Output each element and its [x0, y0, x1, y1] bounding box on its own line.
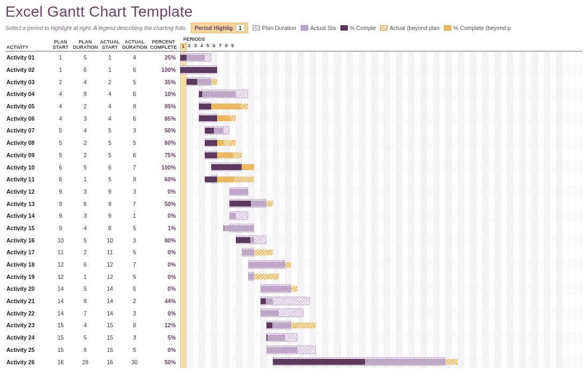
gantt-row: Activity 021616100%: [5, 64, 583, 76]
actual-bar: [248, 274, 255, 280]
actual-start: 4: [98, 88, 122, 100]
actual-bar: [199, 91, 236, 97]
activity-name: Activity 23: [5, 319, 48, 332]
plan-duration: 8: [73, 88, 98, 100]
activity-name: Activity 05: [5, 100, 48, 113]
percent-complete: 0%: [147, 270, 180, 283]
actual-duration: 5: [122, 246, 147, 259]
actual-duration: 3: [122, 307, 147, 319]
gantt-row: Activity 241551535%: [5, 332, 583, 344]
actual-start: 6: [98, 161, 122, 173]
actual-duration: 7: [122, 161, 147, 173]
highlight-column: [180, 270, 187, 283]
complete-beyond-bar: [217, 140, 224, 146]
complete-bar: [187, 79, 197, 85]
actual-beyond-bar: [291, 322, 316, 328]
period-tick: 5: [205, 43, 211, 50]
actual-beyond-swatch: [380, 25, 388, 31]
plan-duration: 1: [73, 173, 98, 186]
actual-bar: [266, 335, 285, 341]
activity-name: Activity 16: [5, 234, 48, 246]
actual-start: 8: [98, 222, 122, 234]
timeline: [180, 137, 583, 149]
actual-start: 2: [98, 76, 122, 88]
activity-name: Activity 21: [5, 295, 48, 307]
actual-start: 15: [98, 319, 122, 332]
highlight-column: [180, 88, 187, 100]
actual-start: 1: [98, 64, 122, 76]
complete-bar: [211, 164, 242, 170]
highlight-column: [180, 246, 187, 259]
complete-bar: [180, 55, 187, 61]
percent-complete: 0%: [147, 186, 180, 198]
timeline: [180, 76, 583, 88]
plan-duration: 3: [73, 186, 98, 198]
timeline: [180, 234, 583, 246]
plan-start: 6: [48, 173, 73, 186]
actual-start: 11: [98, 246, 122, 259]
gantt-row: Activity 251581550%: [5, 344, 583, 356]
actual-start: 14: [98, 295, 122, 307]
gantt-row: Activity 13969750%: [5, 197, 583, 210]
gantt-row: Activity 08525560%: [5, 137, 583, 149]
plan-duration: 6: [73, 259, 98, 271]
pct-complete-beyond-swatch: [444, 25, 451, 31]
timeline: [180, 112, 583, 124]
actual-start: 14: [98, 283, 122, 295]
highlight-column: [180, 137, 187, 149]
activity-name: Activity 15: [5, 222, 48, 234]
activity-name: Activity 17: [5, 246, 48, 259]
period-highlight-value[interactable]: 1: [236, 24, 244, 32]
header-actual-start: ACTUAL START: [98, 40, 122, 50]
plan-start: 9: [48, 186, 73, 198]
activity-name: Activity 22: [5, 307, 48, 319]
actual-beyond-bar: [291, 286, 297, 292]
actual-duration: 3: [122, 124, 147, 137]
percent-complete: 1%: [147, 222, 180, 234]
plan-start: 9: [48, 197, 73, 210]
period-ticks: 123456789: [180, 43, 583, 50]
gantt-row: Activity 1594851%: [5, 222, 583, 234]
percent-complete: 75%: [147, 149, 180, 161]
percent-complete: 0%: [147, 259, 180, 271]
actual-beyond-bar: [211, 79, 218, 85]
actual-start: 15: [98, 344, 122, 356]
gantt-row: Activity 2114814244%: [5, 295, 583, 307]
plan-duration: 2: [73, 246, 98, 259]
timeline: [180, 332, 583, 344]
timeline: [180, 161, 583, 173]
legend-actual-beyond: Actual (beyond plan: [380, 25, 440, 31]
complete-beyond-bar: [217, 115, 230, 121]
plan-start: 5: [48, 137, 73, 149]
actual-duration: 6: [122, 283, 147, 295]
actual-start: 12: [98, 270, 122, 283]
activity-name: Activity 24: [5, 332, 48, 344]
activity-name: Activity 20: [5, 283, 48, 295]
header-plan-start: PLAN START: [48, 40, 73, 50]
plan-start: 4: [48, 100, 73, 113]
plan-duration: 5: [73, 161, 98, 173]
complete-bar: [205, 152, 217, 158]
percent-complete: 44%: [147, 295, 180, 307]
plan-duration: 2: [73, 100, 98, 113]
actual-start: 12: [98, 259, 122, 271]
period-highlight-chip[interactable]: Period Highlig 1: [191, 23, 248, 33]
actual-duration: 8: [122, 319, 147, 332]
activity-name: Activity 09: [5, 149, 48, 161]
timeline: [180, 319, 583, 332]
gantt-row: Activity 171121150%: [5, 246, 583, 259]
actual-start: 9: [98, 186, 122, 198]
actual-duration: 6: [122, 88, 147, 100]
actual-duration: 4: [122, 52, 147, 64]
plan-start: 15: [48, 344, 73, 356]
percent-complete: 50%: [147, 356, 180, 368]
period-tick: 3: [192, 43, 199, 50]
header-periods: PERIODS: [180, 36, 583, 42]
percent-complete: 85%: [147, 112, 180, 124]
percent-complete: 25%: [147, 52, 180, 64]
plan-duration: 5: [73, 283, 98, 295]
percent-complete: 0%: [147, 283, 180, 295]
highlight-column: [180, 149, 187, 161]
percent-complete: 0%: [147, 344, 180, 356]
complete-beyond-bar: [217, 177, 234, 182]
